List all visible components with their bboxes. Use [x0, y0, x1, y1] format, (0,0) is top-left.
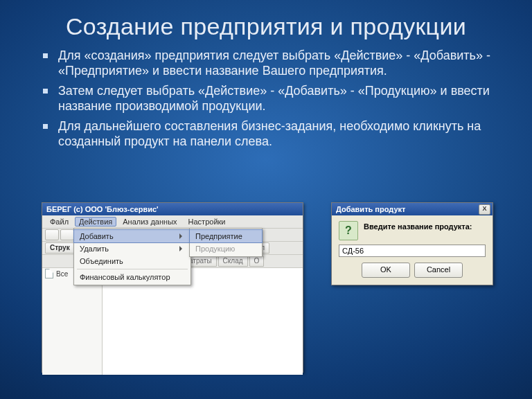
menu-actions[interactable]: Действия — [75, 217, 116, 227]
tab[interactable]: Склад — [218, 256, 248, 267]
document-icon — [45, 269, 53, 278]
dialog-buttons: OK Cancel — [339, 263, 486, 278]
dropdown-item-calc[interactable]: Финансовый калькулятор — [74, 271, 190, 283]
bullet-list: Для «создания» предприятия следует выбра… — [0, 48, 532, 150]
menu-file[interactable]: Файл — [45, 218, 73, 226]
toolbar-button[interactable] — [45, 229, 59, 240]
add-submenu: Предприятие Продукцию — [189, 228, 263, 257]
add-product-dialog: Добавить продукт X ? Введите название пр… — [331, 202, 493, 285]
dialog-titlebar: Добавить продукт X — [332, 203, 493, 215]
tree-item-label: Все — [56, 270, 68, 278]
tab-structure[interactable]: Струк — [45, 242, 75, 254]
ok-button[interactable]: OK — [362, 263, 410, 278]
question-icon: ? — [339, 221, 358, 240]
toolbar-button[interactable] — [60, 229, 74, 240]
cancel-button[interactable]: Cancel — [414, 263, 463, 278]
dropdown-item-delete[interactable]: Удалить — [74, 242, 190, 255]
menu-settings[interactable]: Настройки — [184, 218, 231, 226]
submenu-item-product[interactable]: Продукцию — [190, 242, 262, 255]
dropdown-item-add[interactable]: Добавить — [74, 230, 190, 242]
prompt-text: Введите название продукта: — [364, 221, 472, 231]
close-icon[interactable]: X — [479, 204, 490, 215]
dialog-title: Добавить продукт — [336, 203, 405, 215]
dropdown-item-label: Добавить — [80, 232, 114, 240]
chevron-right-icon — [179, 233, 185, 239]
dropdown-item-label: Удалить — [80, 245, 109, 253]
list-item: Для дальнейшего составления бизнес-задан… — [48, 118, 504, 150]
dropdown-item-label: Финансовый калькулятор — [80, 273, 170, 281]
app-window: БЕРЕГ (c) ООО 'Блюз-сервис' Файл Действи… — [42, 202, 303, 373]
app-titlebar: БЕРЕГ (c) ООО 'Блюз-сервис' — [42, 203, 303, 215]
chevron-right-icon — [179, 246, 185, 251]
dropdown-item-label: Объединить — [80, 257, 123, 265]
slide: Создание предприятия и продукции Для «со… — [0, 0, 532, 399]
dropdown-item-merge[interactable]: Объединить — [74, 255, 190, 267]
list-item: Затем следует выбрать «Действие» - «Доба… — [48, 83, 504, 114]
menubar: Файл Действия Анализ данных Настройки — [42, 215, 303, 229]
submenu-item-enterprise[interactable]: Предприятие — [190, 230, 262, 242]
tab[interactable]: О — [249, 256, 265, 267]
product-name-input[interactable] — [339, 245, 486, 257]
screenshot-area: БЕРЕГ (c) ООО 'Блюз-сервис' Файл Действи… — [0, 202, 532, 382]
menu-separator — [77, 269, 188, 269]
menu-analysis[interactable]: Анализ данных — [118, 218, 181, 226]
list-item: Для «создания» предприятия следует выбра… — [48, 48, 504, 79]
actions-dropdown: Добавить Удалить Объединить Финансовый к… — [73, 228, 191, 285]
prompt-row: ? Введите название продукта: — [339, 221, 486, 240]
slide-title: Создание предприятия и продукции — [0, 0, 532, 48]
dialog-body: ? Введите название продукта: OK Cancel — [332, 215, 493, 285]
